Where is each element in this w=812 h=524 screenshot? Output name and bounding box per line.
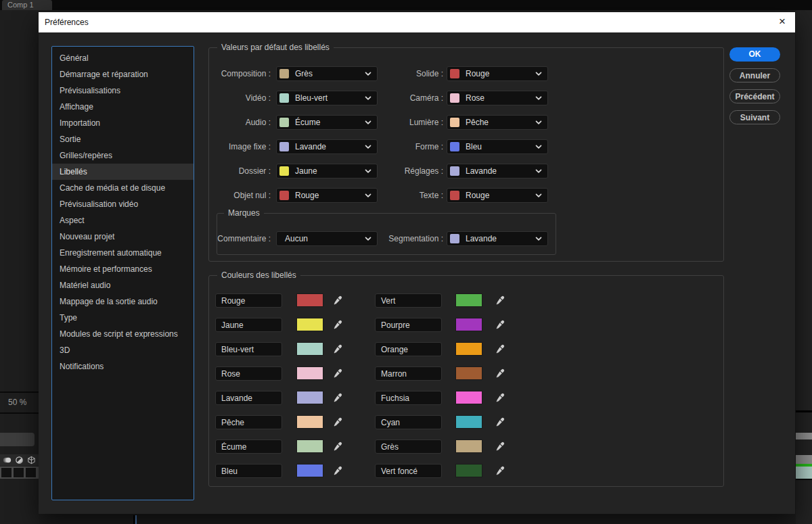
timeline-scrollbar[interactable] [796,433,812,439]
sidebar-item-affichage[interactable]: Affichage [52,99,194,115]
sidebar-item-3d[interactable]: 3D [52,342,194,358]
color-swatch[interactable] [296,318,323,331]
ok-button[interactable]: OK [729,47,780,62]
sidebar-item-nouveau-projet[interactable]: Nouveau projet [52,229,194,245]
3d-renderer-icon[interactable] [26,455,37,465]
adjustment-color-dropdown[interactable]: Lavande [447,164,548,178]
eyedropper-icon[interactable] [332,416,343,427]
video-color-dropdown[interactable]: Bleu-vert [276,91,378,105]
dialog-titlebar[interactable]: Préférences × [39,12,795,32]
color-swatch[interactable] [455,439,482,453]
color-swatch[interactable] [296,366,323,380]
camera-color-dropdown[interactable]: Rose [447,91,548,105]
color-swatch[interactable] [296,342,323,356]
sidebar-item-memoire[interactable]: Mémoire et performances [52,261,194,277]
timeline-zoom-level[interactable]: 50 % [8,398,35,407]
color-name-input[interactable] [375,366,442,381]
color-swatch[interactable] [455,366,482,380]
current-time-indicator[interactable] [135,515,137,524]
color-name-input[interactable] [375,439,442,454]
sidebar-item-general[interactable]: Général [52,50,194,66]
motion-blur-icon[interactable] [2,455,12,465]
sidebar-item-modules-script[interactable]: Modules de script et expressions [52,326,194,342]
color-swatch[interactable] [296,391,323,404]
eyedropper-icon[interactable] [495,441,505,452]
color-name-input[interactable] [215,439,282,454]
color-swatch[interactable] [455,415,482,429]
color-swatch[interactable] [296,464,323,477]
sidebar-item-importation[interactable]: Importation [52,115,194,131]
layer-bar[interactable] [796,467,812,479]
light-color-dropdown[interactable]: Pêche [447,115,548,130]
color-swatch[interactable] [455,318,482,331]
switch-cell[interactable] [14,468,24,477]
timeline-search-bar[interactable] [0,433,35,446]
eyedropper-icon[interactable] [495,343,505,354]
null-color-dropdown[interactable]: Rouge [276,188,378,203]
color-swatch[interactable] [296,415,323,429]
eyedropper-icon[interactable] [495,295,505,306]
eyedropper-icon[interactable] [495,416,505,427]
eyedropper-icon[interactable] [332,343,343,354]
composition-color-dropdown[interactable]: Grès [276,66,378,81]
color-name-input[interactable] [215,342,282,356]
comment-color-dropdown[interactable]: Aucun [276,231,378,246]
still-color-dropdown[interactable]: Lavande [276,139,378,154]
sidebar-item-previsualisations[interactable]: Prévisualisations [52,82,194,99]
sidebar-item-previsualisation-video[interactable]: Prévisualisation vidéo [52,196,194,212]
color-swatch[interactable] [455,464,482,477]
eyedropper-icon[interactable] [332,319,343,330]
eyedropper-icon[interactable] [332,441,343,452]
switch-cell[interactable] [26,468,36,477]
color-name-input[interactable] [375,318,442,332]
sidebar-item-notifications[interactable]: Notifications [52,358,194,375]
eyedropper-icon[interactable] [332,368,343,379]
color-swatch[interactable] [296,439,323,453]
color-name-input[interactable] [375,391,442,405]
eyedropper-icon[interactable] [332,392,343,403]
color-name-input[interactable] [375,415,442,429]
shape-color-dropdown[interactable]: Bleu [447,139,548,154]
timeline-work-area[interactable] [796,455,812,464]
color-name-input[interactable] [215,366,282,381]
audio-color-dropdown[interactable]: Écume [276,115,378,130]
color-name-input[interactable] [215,318,282,332]
sidebar-item-aspect[interactable]: Aspect [52,212,194,229]
eyedropper-icon[interactable] [332,465,343,476]
solid-color-dropdown[interactable]: Rouge [447,66,548,81]
color-name-input[interactable] [215,415,282,429]
color-name-input[interactable] [375,342,442,356]
sidebar-item-materiel-audio[interactable]: Matériel audio [52,277,194,293]
next-button[interactable]: Suivant [729,110,780,124]
eyedropper-icon[interactable] [495,392,505,403]
color-swatch[interactable] [455,342,482,356]
eyedropper-icon[interactable] [332,295,343,306]
sidebar-item-enregistrement[interactable]: Enregistrement automatique [52,245,194,261]
color-swatch[interactable] [455,391,482,404]
color-name-input[interactable] [215,464,282,478]
frame-blend-icon[interactable] [14,455,24,465]
switch-cell[interactable] [1,468,12,477]
sidebar-item-type[interactable]: Type [52,310,194,326]
sidebar-item-libelles[interactable]: Libellés [52,164,194,180]
color-name-input[interactable] [375,293,442,308]
previous-button[interactable]: Précédent [729,89,780,103]
color-name-input[interactable] [215,293,282,308]
color-name-input[interactable] [215,391,282,405]
folder-color-dropdown[interactable]: Jaune [276,164,378,178]
sidebar-item-mappage-audio[interactable]: Mappage de la sortie audio [52,293,194,310]
color-name-input[interactable] [375,464,442,478]
eyedropper-icon[interactable] [495,465,505,476]
cancel-button[interactable]: Annuler [729,68,780,82]
close-icon[interactable]: × [769,12,795,32]
text-color-dropdown[interactable]: Rouge [447,188,548,203]
sidebar-item-sortie[interactable]: Sortie [52,131,194,147]
sidebar-item-demarrage[interactable]: Démarrage et réparation [52,66,194,82]
color-swatch[interactable] [296,293,323,307]
sidebar-item-cache[interactable]: Cache de média et de disque [52,180,194,196]
eyedropper-icon[interactable] [495,368,505,379]
color-swatch[interactable] [455,293,482,307]
segmentation-color-dropdown[interactable]: Lavande [447,231,548,246]
sidebar-item-grilles[interactable]: Grilles/repères [52,147,194,164]
timeline-tab-comp1[interactable]: Comp 1 [2,0,52,10]
